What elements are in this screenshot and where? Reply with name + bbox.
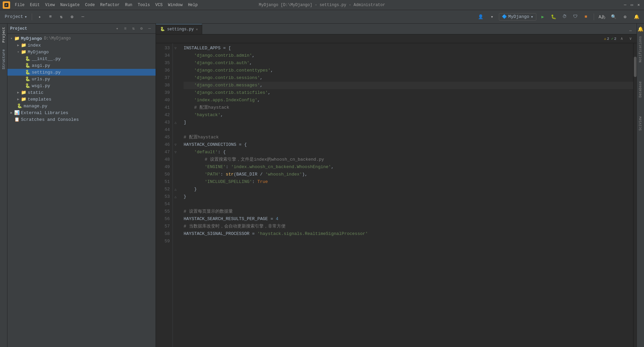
menu-tools[interactable]: Tools xyxy=(136,2,152,8)
left-vertical-tabs: Project Structure xyxy=(0,24,7,347)
tree-wsgi-py[interactable]: 🐍 wsgi.py xyxy=(7,82,156,89)
tab-bar: 🐍 settings.py ✕ ⋯ xyxy=(156,24,637,34)
editor-scrollbar[interactable] xyxy=(633,43,637,347)
line-num-44: 44 xyxy=(156,126,170,134)
stop-button[interactable]: ■ xyxy=(582,12,590,21)
menu-view[interactable]: View xyxy=(43,2,57,8)
minimize-panel-button[interactable]: — xyxy=(146,25,153,32)
code-line-48: # 设置搜索引擎，文件是index的whoosh_cn_backend.py xyxy=(184,156,633,163)
line-num-58: 58 xyxy=(156,230,170,238)
ext-libs-arrow: ▶ xyxy=(9,111,14,115)
fold-52[interactable]: △ xyxy=(173,186,178,193)
settings-tab[interactable]: 🐍 settings.py ✕ xyxy=(156,24,202,34)
tree-scratches[interactable]: 📋 Scratches and Consoles xyxy=(7,116,156,123)
profile-button[interactable]: ⏱ xyxy=(560,12,569,21)
debug-button[interactable]: 🐛 xyxy=(549,12,558,21)
fold-46[interactable]: ▽ xyxy=(173,141,178,149)
line-num-51: 51 xyxy=(156,178,170,186)
structure-tab[interactable]: Structure xyxy=(1,46,7,73)
expand-down-button[interactable]: ∨ xyxy=(627,35,634,42)
code-editor[interactable]: 33 34 35 36 37 38 39 40 41 42 43 44 45 4… xyxy=(156,43,637,347)
search-button[interactable]: 🔍 xyxy=(609,12,618,22)
project-tab[interactable]: Project xyxy=(1,24,7,46)
minimize-button[interactable]: — xyxy=(622,2,628,8)
project-panel: Project ✦ ≡ ⇅ ⚙ — ▾ 📁 MyDjango D:\MyDjan… xyxy=(7,24,156,347)
line-num-41: 41 xyxy=(156,104,170,111)
menu-file[interactable]: File xyxy=(13,2,27,8)
line-num-50: 50 xyxy=(156,171,170,178)
gear-button[interactable]: ⚙ xyxy=(138,25,145,32)
menu-run[interactable]: Run xyxy=(123,2,134,8)
tree-manage-py[interactable]: 🐍 manage.py xyxy=(7,103,156,109)
toolbar-right: 👤 ▾ 🔷 MyDjango ▾ ▶ 🐛 ⏱ 🛡 ■ Aあ 🔍 ⚙ 🔔 xyxy=(476,12,641,22)
editor-scrollbar-thumb[interactable] xyxy=(634,57,637,77)
notifications-tab[interactable]: Notifications xyxy=(638,33,643,65)
project-dropdown[interactable]: Project ▾ xyxy=(3,14,29,20)
bell-icon[interactable]: 🔔 xyxy=(636,25,644,33)
tree-urls-py[interactable]: 🐍 urls.py xyxy=(7,76,156,82)
warning-count: 2 xyxy=(607,37,609,41)
maximize-button[interactable]: ▭ xyxy=(629,2,635,8)
sciview-tab[interactable]: SciView xyxy=(638,114,643,133)
tab-options[interactable]: ⋯ xyxy=(627,27,634,34)
tree-asgi-py[interactable]: 🐍 asgi.py xyxy=(7,62,156,69)
collapse-all-button[interactable]: ≡ xyxy=(46,12,55,22)
menu-code[interactable]: Code xyxy=(83,2,97,8)
templates-folder-icon: 📁 xyxy=(21,97,26,102)
close-button[interactable]: ✕ xyxy=(636,2,641,8)
sort-button[interactable]: ⇅ xyxy=(130,25,137,32)
code-content[interactable]: INSTALLED_APPS = [ 'django.contrib.admin… xyxy=(178,43,633,347)
line-numbers: 33 34 35 36 37 38 39 40 41 42 43 44 45 4… xyxy=(156,43,173,347)
new-element-button[interactable]: ✦ xyxy=(35,12,44,22)
tree-root[interactable]: ▾ 📁 MyDjango D:\MyDjango xyxy=(7,35,156,42)
code-line-34: 'django.contrib.admin', xyxy=(184,52,633,59)
expand-up-button[interactable]: ∧ xyxy=(618,35,625,42)
tree-init-py[interactable]: 🐍 __init__.py xyxy=(7,55,156,62)
mydjango-folder-icon: 📁 xyxy=(21,49,26,55)
run-button[interactable]: ▶ xyxy=(538,12,547,21)
coverage-button[interactable]: 🛡 xyxy=(571,12,580,21)
fold-33[interactable]: ▽ xyxy=(173,45,178,52)
right-notifications-panel: 🔔 Notifications Database SciView xyxy=(637,24,644,347)
code-line-57: # 当数据库改变时，会自动更新搜索引擎，非常方便 xyxy=(184,223,633,230)
tree-settings-py[interactable]: 🐍 settings.py xyxy=(7,69,156,76)
translate-button[interactable]: Aあ xyxy=(597,12,607,22)
fold-42 xyxy=(173,111,178,119)
fold-35 xyxy=(173,59,178,67)
user-dropdown[interactable]: ▾ xyxy=(487,12,497,22)
tree-static-folder[interactable]: ▶ 📁 static xyxy=(7,89,156,96)
menu-refactor[interactable]: Refactor xyxy=(98,2,122,8)
line-num-33: 33 xyxy=(156,45,170,52)
line-num-40: 40 xyxy=(156,97,170,104)
warning-triangle-icon: ⚠ xyxy=(604,36,607,41)
tree-templates-folder[interactable]: ▶ 📁 templates xyxy=(7,96,156,103)
editor-toolbar: ⚠ 2 ✓ 2 ∧ ∨ xyxy=(156,34,637,43)
notifications-button[interactable]: 🔔 xyxy=(632,12,641,22)
fold-43[interactable]: △ xyxy=(173,119,178,126)
warning-badge[interactable]: ⚠ 2 xyxy=(604,36,609,41)
menu-navigate[interactable]: Navigate xyxy=(58,2,82,8)
fold-50 xyxy=(173,171,178,178)
fold-47[interactable]: ▽ xyxy=(173,149,178,156)
check-badge[interactable]: ✓ 2 xyxy=(611,36,616,41)
fold-53[interactable]: △ xyxy=(173,193,178,201)
database-tab[interactable]: Database xyxy=(638,79,643,100)
menu-window[interactable]: Window xyxy=(166,2,185,8)
settings-button[interactable]: ⚙ xyxy=(67,12,77,22)
settings-tab-close[interactable]: ✕ xyxy=(196,27,198,31)
line-num-52: 52 xyxy=(156,186,170,193)
ide-settings-button[interactable]: ⚙ xyxy=(620,12,630,22)
collapse-button[interactable]: ≡ xyxy=(122,25,129,32)
menu-vcs[interactable]: VCS xyxy=(153,2,165,8)
fold-38 xyxy=(173,82,178,89)
menu-edit[interactable]: Edit xyxy=(28,2,42,8)
tree-external-libs[interactable]: ▶ 📊 External Libraries xyxy=(7,109,156,116)
run-configuration[interactable]: 🔷 MyDjango ▾ xyxy=(499,13,536,21)
close-panel-button[interactable]: — xyxy=(78,12,87,22)
menu-help[interactable]: Help xyxy=(186,2,200,8)
add-button[interactable]: ✦ xyxy=(114,25,120,32)
move-button[interactable]: ⇅ xyxy=(56,12,66,22)
user-icon[interactable]: 👤 xyxy=(476,12,485,22)
tree-mydjango-folder[interactable]: ▾ 📁 MyDjango xyxy=(7,49,156,55)
tree-index-folder[interactable]: ▶ 📁 index xyxy=(7,42,156,49)
